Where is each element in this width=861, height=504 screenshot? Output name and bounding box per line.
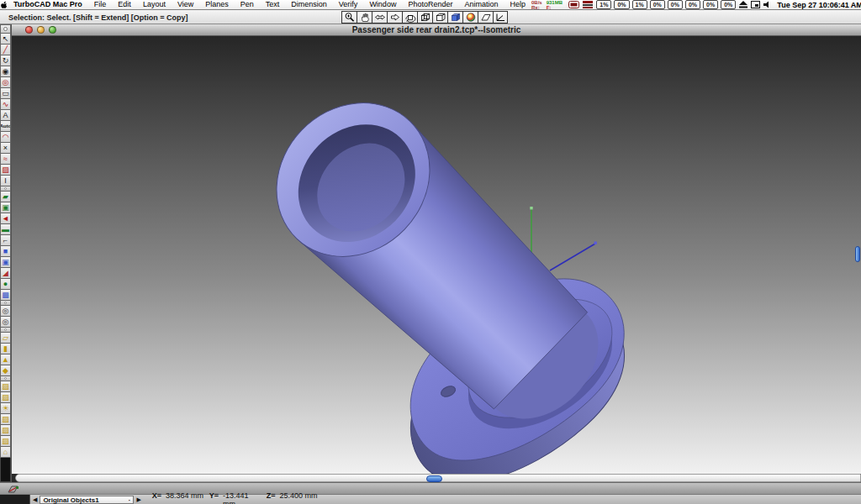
rotate-tool[interactable]: ↻ — [0, 55, 11, 66]
palette-grip[interactable] — [0, 24, 11, 34]
lamp-light-tool[interactable]: ⌂ — [0, 447, 11, 458]
speaker-icon — [763, 1, 772, 8]
y-value: -13.441 mm — [223, 491, 261, 504]
wedge-solid-tool[interactable]: ◢ — [0, 268, 11, 279]
menu-items: FileEditLayoutViewPlanesPenTextDimension… — [88, 0, 531, 9]
boolean-union-tool[interactable]: ● — [0, 279, 11, 290]
next-view-tool[interactable] — [387, 11, 402, 24]
solid-box-tool[interactable]: ■ — [0, 246, 11, 257]
brush-tool-5[interactable]: ▨ — [0, 436, 11, 447]
brush-tool-2[interactable]: ▨ — [0, 392, 11, 403]
circle-tool[interactable]: ◉ — [0, 66, 11, 77]
wireframe-view-tool[interactable] — [417, 11, 432, 24]
menu-file[interactable]: File — [88, 0, 113, 9]
model-viewport[interactable] — [12, 36, 861, 474]
orientation-tool[interactable]: ◄ — [0, 213, 11, 224]
brush-tool-1[interactable]: ▨ — [0, 381, 11, 392]
auto-dimension-tool[interactable]: Auto — [0, 121, 11, 132]
diagonal-axis-line — [550, 244, 595, 270]
menu-clock[interactable]: Tue Sep 27 10:06:41 AM — [775, 1, 861, 9]
eject-menulet[interactable] — [739, 1, 747, 8]
sun-light-tool[interactable]: ☀ — [0, 403, 11, 414]
menu-animation[interactable]: Animation — [458, 0, 504, 9]
cpu-meter-4[interactable]: 0% — [650, 0, 665, 9]
layer-selector[interactable]: Original Objects1 · — [40, 496, 134, 504]
display-menulet[interactable] — [568, 1, 579, 8]
curve-tool[interactable]: ∿ — [0, 99, 11, 110]
menu-edit[interactable]: Edit — [112, 0, 137, 9]
cpu-meter-2[interactable]: 0% — [614, 0, 629, 9]
layer-next-button[interactable]: ▶ — [134, 496, 143, 504]
cpu-meter-8[interactable]: 0% — [721, 0, 736, 9]
surface-box-tool[interactable]: ▣ — [0, 202, 11, 213]
menu-planes[interactable]: Planes — [199, 0, 235, 9]
fill-tool[interactable]: ◆ — [0, 365, 11, 376]
brush-tool-4[interactable]: ▨ — [0, 425, 11, 436]
horizontal-scroll-track[interactable] — [15, 474, 861, 482]
layer-name: Original Objects1 — [43, 496, 98, 503]
trim-tool[interactable]: × — [0, 143, 11, 154]
workplane-view-tool[interactable] — [478, 11, 493, 24]
vertical-axis-handle[interactable] — [530, 207, 532, 209]
layer-prev-button[interactable]: ◀ — [30, 496, 40, 504]
menu-window[interactable]: Window — [363, 0, 402, 9]
dimension-tool[interactable]: I — [0, 176, 11, 186]
document-titlebar[interactable]: Passenger side rear drain2.tcp*--Isometr… — [12, 24, 861, 36]
menu-verify[interactable]: Verify — [333, 0, 364, 9]
monitor-icon — [568, 1, 579, 8]
render-cylinder-tool[interactable]: ▮ — [0, 344, 11, 354]
brush-tool-3[interactable]: ▨ — [0, 414, 11, 425]
menu-photorender[interactable]: PhotoRender — [402, 0, 458, 9]
ellipse-tool[interactable]: ◎ — [0, 77, 11, 88]
cpu-meter-5[interactable]: 0% — [668, 0, 683, 9]
photorender-view-tool[interactable] — [462, 11, 478, 24]
spline-tool[interactable]: ≈ — [0, 154, 11, 165]
zoom-tool[interactable] — [341, 11, 357, 24]
shaded-view-tool[interactable] — [447, 11, 462, 24]
extrude-solid-tool[interactable]: ▣ — [0, 257, 11, 268]
sweep-surface-tool[interactable]: ▬ — [0, 224, 11, 235]
drawing-tool-palette: ↖╱↻◉◎▭∿AAuto◠×≈▨I▰▣◄▬⌐■▣◢●▩◎◎▱▮▲◆▨▨☀▨▨▨⌂ — [0, 24, 12, 482]
render-sphere-icon — [465, 12, 477, 23]
horizontal-scroll-thumb[interactable] — [426, 475, 442, 482]
orbit-view-tool[interactable] — [402, 11, 417, 24]
pan-tool[interactable] — [357, 11, 372, 24]
axes-view-tool[interactable] — [493, 11, 508, 24]
menu-help[interactable]: Help — [504, 0, 531, 9]
menu-layout[interactable]: Layout — [137, 0, 172, 9]
line-tool[interactable]: ╱ — [0, 45, 11, 55]
palette-empty-area — [0, 458, 11, 482]
vertical-scroll-thumb[interactable] — [855, 246, 860, 262]
cpu-meter-6[interactable]: 0% — [685, 0, 700, 9]
status-corner — [0, 495, 30, 504]
diagonal-axis-handle[interactable] — [594, 242, 597, 244]
hidden-line-view-tool[interactable] — [432, 11, 447, 24]
menu-pen[interactable]: Pen — [235, 0, 260, 9]
helix-tool[interactable]: ◎ — [0, 306, 11, 317]
previous-view-tool[interactable] — [372, 11, 387, 24]
hatch-tool[interactable]: ▨ — [0, 165, 11, 176]
text-tool[interactable]: A — [0, 110, 11, 121]
window-menulet[interactable] — [751, 1, 760, 8]
turbocad-screen: TurboCAD Mac Pro FileEditLayoutViewPlane… — [0, 0, 861, 504]
extrude-surface-tool[interactable]: ▰ — [0, 192, 11, 202]
hammer-tool[interactable]: ⌐ — [0, 235, 11, 246]
workplane-indicator-icon[interactable] — [7, 484, 20, 494]
cpu-meter-3[interactable]: 1% — [632, 0, 647, 9]
menu-app[interactable]: TurboCAD Mac Pro — [8, 0, 88, 9]
menu-dimension[interactable]: Dimension — [285, 0, 333, 9]
boolean-subtract-tool[interactable]: ▩ — [0, 290, 11, 301]
duplicate-tool[interactable]: ▱ — [0, 333, 11, 344]
spiral-tool[interactable]: ◎ — [0, 317, 11, 328]
arc-dimension-tool[interactable]: ◠ — [0, 132, 11, 143]
cpu-meter-7[interactable]: 0% — [703, 0, 718, 9]
spray-tool[interactable]: ▲ — [0, 354, 11, 365]
cpu-meter-1[interactable]: 1% — [596, 0, 611, 9]
apple-menu[interactable] — [0, 1, 8, 9]
bars-menulet[interactable] — [583, 1, 593, 8]
select-tool[interactable]: ↖ — [0, 34, 11, 45]
volume-menulet[interactable] — [763, 1, 772, 8]
menu-view[interactable]: View — [172, 0, 199, 9]
rectangle-tool[interactable]: ▭ — [0, 88, 11, 99]
menu-text[interactable]: Text — [260, 0, 286, 9]
